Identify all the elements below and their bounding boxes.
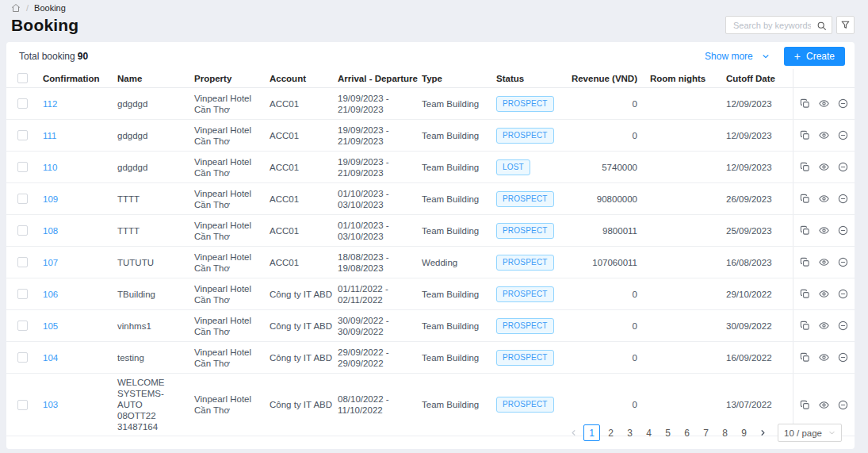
disable-button[interactable]: [838, 98, 848, 109]
row-checkbox[interactable]: [17, 130, 28, 140]
column-header: Revenue (VND): [567, 69, 644, 87]
show-more-button[interactable]: Show more: [705, 51, 770, 62]
page-button-1[interactable]: 1: [583, 424, 600, 441]
breadcrumb-current[interactable]: Booking: [34, 3, 66, 13]
view-button[interactable]: [819, 400, 829, 410]
confirmation-link[interactable]: 108: [43, 225, 58, 236]
home-icon[interactable]: [11, 3, 21, 13]
duplicate-button[interactable]: [800, 98, 810, 109]
view-button[interactable]: [819, 162, 829, 172]
cell-arrival-departure: 19/09/2023 - 21/09/2023: [331, 120, 415, 151]
cell-name: gdgdgd: [111, 152, 188, 182]
cell-confirmation: 110: [36, 152, 111, 182]
cell-property: Vinpearl Hotel Cần Thơ: [188, 310, 263, 341]
confirmation-link[interactable]: 112: [43, 98, 57, 109]
eye-icon: [819, 257, 829, 267]
disable-button[interactable]: [838, 130, 848, 140]
duplicate-button[interactable]: [800, 257, 810, 267]
row-checkbox[interactable]: [17, 352, 28, 363]
column-header: Arrival - Departure: [331, 69, 415, 87]
disable-button[interactable]: [838, 257, 848, 267]
page-button-3[interactable]: 3: [621, 424, 638, 441]
create-button[interactable]: + Create: [784, 47, 845, 66]
page-size-label: 10 / page: [784, 428, 822, 438]
disable-button[interactable]: [838, 194, 848, 204]
disable-button[interactable]: [838, 289, 848, 299]
previous-page-button[interactable]: [566, 424, 580, 442]
view-button[interactable]: [819, 257, 829, 267]
confirmation-link[interactable]: 104: [43, 352, 58, 363]
duplicate-button[interactable]: [800, 289, 810, 299]
cell-arrival-departure: 30/09/2022 - 30/09/2022: [331, 310, 415, 341]
row-checkbox[interactable]: [17, 225, 28, 236]
row-actions: [793, 88, 855, 119]
cell-cutoff-date: 12/09/2023: [720, 88, 793, 119]
row-checkbox[interactable]: [17, 321, 28, 331]
duplicate-button[interactable]: [800, 130, 810, 140]
disable-button[interactable]: [838, 225, 848, 236]
disable-button[interactable]: [838, 352, 848, 363]
confirmation-link[interactable]: 103: [43, 399, 58, 410]
cell-cutoff-date: 16/09/2022: [720, 342, 793, 373]
page-button-2[interactable]: 2: [602, 424, 619, 441]
view-button[interactable]: [819, 289, 829, 299]
cell-cutoff-date: 30/09/2022: [720, 310, 793, 341]
cell-confirmation: 112: [36, 88, 111, 119]
view-button[interactable]: [819, 321, 829, 331]
cell-name: gdgdgd: [111, 120, 188, 151]
select-all-checkbox[interactable]: [17, 73, 28, 83]
view-button[interactable]: [819, 130, 829, 140]
row-checkbox[interactable]: [17, 257, 28, 267]
view-button[interactable]: [819, 352, 829, 363]
cell-name: TTTT: [111, 215, 188, 246]
confirmation-link[interactable]: 105: [43, 321, 58, 332]
cell-room-nights: [644, 183, 720, 214]
filter-button[interactable]: [836, 16, 855, 34]
duplicate-button[interactable]: [800, 321, 810, 331]
row-checkbox[interactable]: [17, 400, 28, 410]
disable-button[interactable]: [838, 321, 848, 331]
duplicate-button[interactable]: [800, 194, 810, 204]
search-icon[interactable]: [816, 20, 827, 30]
search-area: [725, 16, 855, 34]
confirmation-link[interactable]: 107: [43, 257, 58, 268]
cell-arrival-departure: 01/10/2023 - 03/10/2023: [331, 183, 415, 214]
breadcrumb-separator: /: [26, 3, 29, 13]
column-header: Room nights: [644, 69, 720, 87]
row-checkbox[interactable]: [17, 98, 28, 109]
page-size-select[interactable]: 10 / page: [778, 424, 842, 442]
cell-account: Công ty IT ABD: [263, 310, 331, 341]
row-checkbox[interactable]: [17, 194, 28, 204]
page-button-8[interactable]: 8: [717, 424, 733, 441]
page-button-6[interactable]: 6: [679, 424, 695, 441]
duplicate-button[interactable]: [800, 400, 810, 410]
eye-icon: [819, 194, 829, 204]
row-actions: [793, 310, 855, 341]
page-button-5[interactable]: 5: [660, 424, 676, 441]
view-button[interactable]: [819, 194, 829, 204]
confirmation-link[interactable]: 111: [43, 130, 56, 141]
disable-button[interactable]: [838, 400, 848, 410]
page-button-9[interactable]: 9: [736, 424, 752, 441]
minus-circle-icon: [838, 98, 848, 109]
copy-icon: [800, 130, 810, 140]
column-header-actions: [793, 69, 855, 87]
page-button-4[interactable]: 4: [640, 424, 657, 441]
page-button-7[interactable]: 7: [698, 424, 714, 441]
chevron-down-icon: [762, 52, 770, 60]
confirmation-link[interactable]: 106: [43, 289, 58, 300]
duplicate-button[interactable]: [800, 225, 810, 236]
disable-button[interactable]: [838, 162, 848, 172]
row-checkbox[interactable]: [17, 162, 28, 172]
row-checkbox[interactable]: [17, 289, 28, 299]
view-button[interactable]: [819, 225, 829, 236]
view-button[interactable]: [819, 98, 829, 109]
confirmation-link[interactable]: 110: [43, 162, 57, 173]
confirmation-link[interactable]: 109: [43, 194, 58, 205]
minus-circle-icon: [838, 257, 848, 267]
duplicate-button[interactable]: [800, 162, 810, 172]
next-page-button[interactable]: [755, 424, 770, 442]
table-row: 109TTTTVinpearl Hotel Cần ThơACC0101/10/…: [6, 183, 855, 215]
duplicate-button[interactable]: [800, 352, 810, 363]
status-badge: PROSPECT: [496, 397, 554, 413]
